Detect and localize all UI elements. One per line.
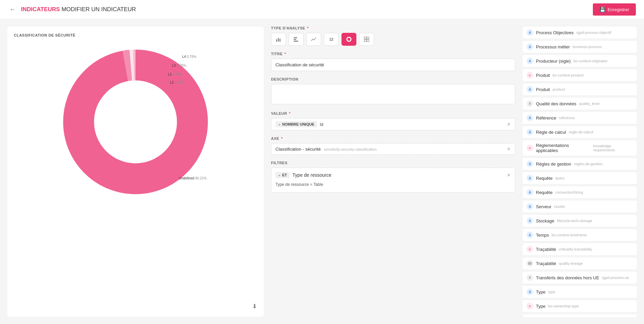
download-button[interactable]: ⬇	[252, 303, 257, 310]
valeur-field-inner: ⌄ NOMBRE UNIQUE Id	[275, 121, 324, 127]
ref-item[interactable]: A Type col_type	[522, 314, 637, 317]
description-input[interactable]	[271, 84, 515, 104]
ref-icon: A	[526, 232, 533, 238]
axe-required: *	[281, 136, 283, 141]
type-analyse-section: TYPE D'ANALYSE * 12	[271, 26, 515, 46]
type-btn-bar[interactable]	[271, 33, 286, 46]
back-button[interactable]: ←	[8, 5, 17, 15]
save-icon: 💾	[600, 7, 605, 12]
axe-clear-button[interactable]: ✕	[507, 146, 511, 152]
ref-item[interactable]: A Référence reference	[522, 111, 637, 124]
ref-item[interactable]: ≡ Type bo-ownership-type	[522, 300, 637, 312]
ref-icon: A	[526, 129, 533, 135]
ref-key: rgpd-process-ue	[602, 276, 629, 280]
ref-item[interactable]: A Règles de gestion regles-de-gestion	[522, 157, 637, 170]
ref-item[interactable]: ≡ Réglementations applicables knowledge-…	[522, 140, 637, 156]
ref-icon: A	[526, 86, 533, 93]
ref-key: quality-lineage	[559, 261, 583, 265]
type-btn-number[interactable]: 12	[324, 33, 339, 46]
ref-icon: A	[526, 58, 533, 64]
save-button[interactable]: 💾 Enregistrer	[593, 3, 636, 16]
axe-sub-text: sensitivity-security-classification	[324, 147, 376, 151]
filtres-section: FILTRES ⌄ ET Type de ressource ✕ Type de…	[271, 161, 515, 193]
valeur-section: VALEUR * ⌄ NOMBRE UNIQUE Id ✕	[271, 111, 515, 130]
svg-rect-12	[364, 37, 366, 39]
type-btn-table[interactable]	[359, 33, 374, 46]
ref-item[interactable]: A Producteur (sigle) bo-context-originat…	[522, 55, 637, 67]
ref-name: Traçabilité	[536, 261, 556, 266]
svg-rect-10	[294, 41, 298, 42]
valeur-clear-button[interactable]: ✕	[507, 122, 511, 127]
donut-chart-container: L4 0.76% L3 0.76% L1 0.76% L2 1.51% Unde…	[54, 41, 217, 203]
ref-name: Traçabilité	[536, 247, 556, 252]
filter-title: Type de ressource	[292, 172, 331, 178]
ref-icon: A	[526, 29, 533, 36]
ref-icon: A	[526, 189, 533, 196]
ref-name: Transferts des données hors UE	[536, 275, 599, 280]
type-btn-hbar[interactable]	[289, 33, 304, 46]
ref-icon: A	[526, 203, 533, 210]
ref-item[interactable]: A Temps bo-context-timeframe	[522, 229, 637, 241]
description-label: DESCRIPTION	[271, 77, 515, 81]
table-icon	[364, 37, 369, 42]
titre-required: *	[285, 52, 286, 56]
ref-item[interactable]: A Règle de calcul regle-de-calcul	[522, 126, 637, 138]
axe-label: AXE *	[271, 136, 515, 141]
ref-key: connectionString	[555, 190, 583, 194]
ref-item[interactable]: A Type type	[522, 285, 637, 298]
ref-name: Référence	[536, 115, 556, 121]
svg-rect-6	[278, 38, 279, 42]
ref-item[interactable]: # Transferts des données hors UE rgpd-pr…	[522, 271, 637, 284]
legend-l4: L4 0.76%	[182, 55, 196, 59]
donut-chart-icon	[346, 37, 352, 42]
ref-icon: #	[526, 274, 533, 281]
ref-icon: A	[526, 217, 533, 224]
type-btn-line[interactable]	[306, 33, 321, 46]
ref-item[interactable]: A Produit product	[522, 83, 637, 96]
axe-field[interactable]: Classification - sécurité sensitivity-se…	[271, 143, 515, 155]
ref-item[interactable]: A Processus métier business-process	[522, 40, 637, 53]
ref-item[interactable]: A Serveur cluster	[522, 200, 637, 213]
ref-key: business-process	[573, 45, 602, 49]
filter-close-button[interactable]: ✕	[507, 172, 511, 178]
ref-item[interactable]: A Process Objectives rgpd-process-object…	[522, 26, 637, 39]
ref-key: bo-context-originator	[574, 59, 608, 63]
filtres-label: FILTRES	[271, 161, 515, 165]
filter-chevron-icon: ⌄	[278, 173, 281, 177]
valeur-field[interactable]: ⌄ NOMBRE UNIQUE Id ✕	[271, 118, 515, 130]
chevron-down-icon: ⌄	[278, 123, 281, 126]
ref-key: regle-de-calcul	[569, 130, 593, 134]
ref-icon: ≡	[526, 145, 533, 151]
ref-name: Requête	[536, 190, 553, 195]
ref-icon: 00	[526, 260, 533, 267]
svg-rect-8	[294, 37, 297, 38]
ref-item[interactable]: A Stockage lifecycle-tech-storage	[522, 214, 637, 227]
ref-key: bo-context-timeframe	[552, 233, 587, 237]
action-label: MODIFIER UN INDICATEUR	[62, 6, 136, 13]
svg-rect-13	[367, 37, 369, 39]
ref-key: knowledge-requirements	[593, 144, 633, 152]
ref-item[interactable]: ≡ Traçabilité criticality-traceability	[522, 243, 637, 256]
ref-item[interactable]: # Qualité des données quality_level	[522, 97, 637, 110]
brand-label: INDICATEURS	[21, 6, 60, 13]
ref-name: Processus métier	[536, 44, 570, 49]
type-analyse-label: TYPE D'ANALYSE *	[271, 26, 515, 30]
ref-icon: ≡	[526, 246, 533, 253]
ref-key: rgpd-process-objectif	[576, 30, 611, 35]
ref-key: bo-ownership-type	[548, 304, 579, 308]
filtres-box: ⌄ ET Type de ressource ✕ Type de ressour…	[271, 168, 515, 193]
ref-key: quality_level	[579, 102, 600, 106]
ref-item[interactable]: ≡ Produit bo-context-product	[522, 69, 637, 82]
description-section: DESCRIPTION	[271, 77, 515, 105]
ref-name: Produit	[536, 87, 550, 92]
ref-item[interactable]: A Requête query	[522, 172, 637, 185]
save-label: Enregistrer	[607, 7, 629, 12]
titre-input[interactable]	[271, 59, 515, 71]
type-btn-donut[interactable]	[341, 33, 356, 46]
ref-icon: A	[526, 114, 533, 121]
ref-item[interactable]: 00 Traçabilité quality-lineage	[522, 257, 637, 270]
legend-l1: L1 0.76%	[168, 72, 182, 76]
ref-item[interactable]: A Requête connectionString	[522, 186, 637, 199]
axe-section: AXE * Classification - sécurité sensitiv…	[271, 136, 515, 155]
required-marker: *	[307, 26, 309, 30]
